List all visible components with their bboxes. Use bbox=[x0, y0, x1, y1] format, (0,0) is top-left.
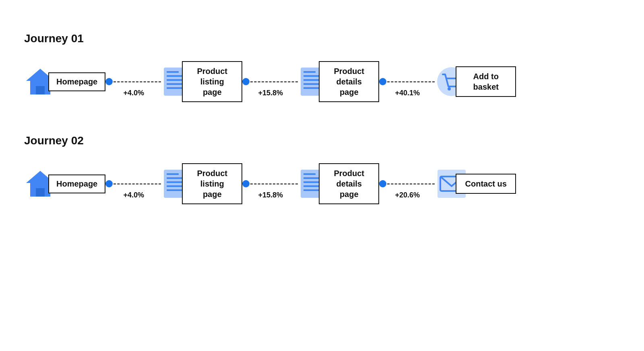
node-homepage-2: Homepage bbox=[24, 174, 105, 193]
node-product-listing-2: Product listing page bbox=[162, 163, 242, 204]
node-product-listing-1: Product listing page bbox=[162, 61, 242, 102]
journey-02-flow: Homepage +4.0% P bbox=[24, 163, 620, 204]
svg-rect-6 bbox=[167, 83, 183, 85]
journey-01-section: Journey 01 Homepage +4.0% bbox=[24, 32, 620, 102]
node-add-to-basket: Add to basket bbox=[436, 66, 516, 97]
product-details-1-label: Product details page bbox=[319, 61, 379, 102]
connector-1-2: +15.8% bbox=[242, 78, 299, 85]
svg-point-15 bbox=[448, 87, 451, 90]
svg-rect-3 bbox=[167, 71, 179, 73]
main-container: Journey 01 Homepage +4.0% bbox=[0, 0, 644, 261]
connector-dashes-2-3 bbox=[387, 183, 435, 185]
connector-dot-1-1 bbox=[105, 78, 113, 85]
journey-02-title: Journey 02 bbox=[24, 134, 620, 147]
connector-percent-2-3: +20.6% bbox=[395, 191, 420, 199]
connector-percent-1-3: +40.1% bbox=[395, 89, 420, 97]
connector-dot-2-1 bbox=[105, 180, 113, 187]
homepage-1-label: Homepage bbox=[48, 72, 105, 91]
connector-2-2: +15.8% bbox=[242, 180, 299, 187]
node-contact-us: Contact us bbox=[436, 174, 516, 194]
connector-dashes-1-3 bbox=[387, 81, 435, 82]
connector-percent-1-1: +4.0% bbox=[123, 89, 144, 97]
add-to-basket-label: Add to basket bbox=[456, 66, 516, 97]
svg-rect-29 bbox=[303, 185, 320, 187]
product-listing-2-label: Product listing page bbox=[182, 163, 242, 204]
connector-percent-2-1: +4.0% bbox=[123, 191, 144, 199]
connector-dot-2-2 bbox=[242, 180, 250, 187]
journey-01-title: Journey 01 bbox=[24, 32, 620, 45]
journey-01-flow: Homepage +4.0% P bbox=[24, 61, 620, 102]
connector-dot-2-3 bbox=[379, 180, 386, 187]
connector-percent-2-2: +15.8% bbox=[258, 191, 283, 199]
connector-dot-1-2 bbox=[242, 78, 250, 85]
connector-1-3: +40.1% bbox=[379, 78, 436, 85]
connector-dashes-1-1 bbox=[114, 81, 161, 82]
svg-rect-18 bbox=[36, 188, 45, 197]
svg-rect-1 bbox=[36, 86, 45, 94]
connector-dot-1-3 bbox=[379, 78, 386, 85]
product-details-2-label: Product details page bbox=[319, 163, 379, 204]
connector-2-1: +4.0% bbox=[105, 180, 162, 187]
svg-rect-20 bbox=[167, 173, 179, 175]
svg-rect-23 bbox=[167, 185, 183, 187]
svg-rect-12 bbox=[303, 83, 320, 85]
journey-02-section: Journey 02 Homepage +4.0% bbox=[24, 134, 620, 204]
connector-percent-1-2: +15.8% bbox=[258, 89, 283, 97]
node-product-details-2: Product details page bbox=[299, 163, 379, 204]
connector-dashes-1-2 bbox=[250, 81, 298, 82]
product-listing-1-label: Product listing page bbox=[182, 61, 242, 102]
homepage-2-label: Homepage bbox=[48, 174, 105, 193]
connector-1-1: +4.0% bbox=[105, 78, 162, 85]
node-homepage-1: Homepage bbox=[24, 72, 105, 91]
svg-rect-26 bbox=[303, 173, 316, 175]
contact-us-label: Contact us bbox=[456, 174, 516, 194]
node-product-details-1: Product details page bbox=[299, 61, 379, 102]
connector-dashes-2-1 bbox=[114, 183, 161, 185]
connector-dashes-2-2 bbox=[250, 183, 298, 185]
connector-2-3: +20.6% bbox=[379, 180, 436, 187]
svg-rect-9 bbox=[303, 71, 316, 73]
